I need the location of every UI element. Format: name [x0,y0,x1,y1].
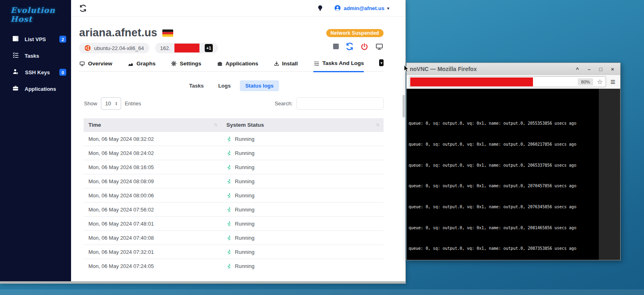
firefox-titlebar[interactable]: noVNC — Mozilla Firefox ^ – □ × [407,63,620,75]
zoom-level-badge[interactable]: 80% [578,78,593,86]
entries-select[interactable]: 10 ▲ ▼ [101,97,121,110]
power-button[interactable] [361,43,368,50]
subtab-status-logs[interactable]: Status logs [240,80,279,91]
close-button[interactable]: × [610,66,615,72]
terminal-line: queue: 0, sq: output.0, vq: 0x1, name: o… [409,142,620,147]
vps-content: ariana.afnet.us ubuntu-22.04-x86_64 162.… [71,17,405,273]
briefcase-icon [12,85,19,93]
desktop-bottom-strip [0,289,644,295]
time-cell: Mon, 06 May 2024 08:08:09 [84,174,222,188]
hamburger-menu-icon[interactable]: ≡ [610,77,615,86]
subtab-tasks[interactable]: Tasks [184,80,209,91]
stop-button[interactable] [333,44,339,49]
running-icon [227,235,232,241]
running-icon [227,179,232,184]
vertical-scrollbar[interactable] [403,95,405,117]
status-label: Running [235,207,254,213]
sidebar-item-list-vps[interactable]: List VPS 2 [0,31,71,47]
germany-flag-icon [162,29,173,37]
sidebar-item-label: Applications [25,86,56,92]
reboot-button[interactable] [346,42,354,50]
ip-pill: 162. +1 [155,43,218,53]
status-label: Running [235,164,254,170]
tab-install[interactable]: Install [274,61,298,71]
more-tabs-button[interactable]: ▾ [379,59,384,66]
stepper-icon: ▲ ▼ [115,102,117,106]
table-controls: Show 10 ▲ ▼ Entries Search: [79,97,384,110]
time-cell: Mon, 06 May 2024 07:32:01 [84,245,222,259]
column-header-system-status[interactable]: System Status ↑↓ [222,118,384,132]
ip-prefix: 162. [160,45,170,51]
tab-settings[interactable]: Settings [171,61,201,71]
bookmark-star-icon[interactable]: ☆ [597,78,602,86]
lightbulb-icon[interactable] [317,4,323,12]
status-label: Running [235,235,254,241]
main-area: admin@afnet.us ▾ ariana.afnet.us ubuntu-… [71,0,405,281]
entries-label: Entries [125,100,141,107]
more-ips-badge[interactable]: +1 [205,44,213,52]
terminal-line: queue: 0, sq: output.0, vq: 0x1, name: o… [409,163,620,168]
sidebar-item-tasks[interactable]: Tasks [0,48,71,63]
tab-overview[interactable]: Overview [79,61,112,71]
ubuntu-logo-icon [84,45,91,51]
sidebar: Evolution Host List VPS 2 Tasks SSH Keys… [0,0,71,281]
sort-icon: ↑↓ [214,122,217,127]
window-title: noVNC — Mozilla Firefox [410,66,477,72]
os-pill: ubuntu-22.04-x86_64 [79,43,149,53]
terminal-line: queue: 0, sq: output.0, vq: 0x1, name: o… [409,121,620,126]
column-header-time[interactable]: Time ↑↓ [84,118,222,132]
terminal-line: queue: 0, sq: output.0, vq: 0x1, name: o… [409,226,620,231]
mouse-cursor [404,65,409,73]
status-label: Running [235,136,254,142]
tab-tasks-and-logs[interactable]: Tasks And Logs [313,60,364,72]
terminal-line: queue: 0, sq: output.0, vq: 0x1, name: o… [409,246,620,251]
briefcase-icon [217,61,223,67]
terminal-right-margin [599,89,620,260]
app-logo: Evolution Host [0,4,71,31]
download-icon [274,61,279,67]
sort-icon: ↑↓ [376,122,379,127]
maximize-button[interactable]: □ [598,66,604,72]
running-icon [227,151,232,156]
table-row: Mon, 06 May 2024 07:32:01 Running [84,245,384,259]
search-input[interactable] [296,97,384,110]
evolution-host-window: Evolution Host List VPS 2 Tasks SSH Keys… [0,0,405,283]
tab-graphs[interactable]: Graphs [128,61,155,71]
refresh-button[interactable] [79,4,87,12]
table-row: Mon, 06 May 2024 07:40:08 Running [84,231,384,245]
subtab-logs[interactable]: Logs [213,80,236,91]
tab-applications[interactable]: Applications [217,61,258,71]
minimize-button[interactable]: – [586,66,592,72]
sidebar-item-ssh-keys[interactable]: SSH Keys 0 [0,65,71,80]
table-row: Mon, 06 May 2024 07:48:01 Running [84,217,384,231]
time-cell: Mon, 06 May 2024 07:24:05 [84,259,222,273]
ssh-keys-count-badge: 0 [59,69,66,76]
user-circle-icon [334,5,341,11]
status-label: Running [235,192,254,199]
running-icon [227,165,232,170]
time-cell: Mon, 06 May 2024 08:32:02 [84,132,222,146]
time-cell: Mon, 06 May 2024 08:24:02 [84,146,222,160]
chevron-down-icon: ▾ [387,6,389,10]
entries-value: 10 [105,100,111,107]
account-menu[interactable]: admin@afnet.us ▾ [334,5,389,11]
chevron-down-icon: ▾ [380,61,382,65]
console-button[interactable] [375,43,384,50]
collapse-button[interactable]: ^ [575,66,580,72]
novnc-terminal[interactable]: queue: 0, sq: output.0, vq: 0x1, name: o… [407,89,620,260]
status-label: Running [235,221,254,227]
status-label: Running [235,150,254,156]
page-title: ariana.afnet.us [79,27,157,39]
show-label: Show [84,100,97,107]
sidebar-item-label: SSH Keys [25,69,50,75]
sidebar-item-applications[interactable]: Applications [0,81,71,96]
running-icon [227,207,232,213]
table-row: Mon, 06 May 2024 08:32:02 Running [84,132,384,146]
table-row: Mon, 06 May 2024 08:08:09 Running [84,174,384,188]
vps-count-badge: 2 [59,36,66,43]
novnc-firefox-window: noVNC — Mozilla Firefox ^ – □ × 80% ☆ ≡ … [406,63,621,260]
sidebar-item-label: List VPS [25,36,46,42]
url-bar[interactable]: 80% ☆ [409,76,606,87]
table-row: Mon, 06 May 2024 07:24:05 Running [84,259,384,273]
status-logs-table: Time ↑↓ System Status ↑↓ [84,118,384,273]
